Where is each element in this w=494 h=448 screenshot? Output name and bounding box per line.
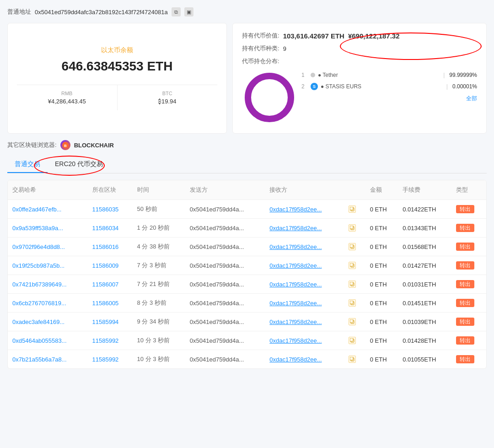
tx-hash-link[interactable]: 0xadec3afe84169... <box>12 318 64 325</box>
tx-type-badge: 转出 <box>456 355 474 363</box>
tx-hash-link[interactable]: 0xd5464ab055583... <box>12 337 67 344</box>
tx-hash-link[interactable]: 0x9702f96e4d8d8... <box>12 243 65 250</box>
tab-normal[interactable]: 普通交易 <box>7 157 48 173</box>
tx-amount: 0 ETH <box>370 300 387 307</box>
block-link[interactable]: 11585992 <box>92 337 119 344</box>
col-time: 时间 <box>133 180 185 200</box>
block-link[interactable]: 11586005 <box>92 300 119 307</box>
tx-from: 0x5041ed759dd4a... <box>190 225 244 232</box>
tx-to-link[interactable]: 0xdac17f958d2ee... <box>269 262 322 269</box>
top-section: 以太币余额 646.63845353 ETH RMB ¥4,286,443.45… <box>7 23 487 134</box>
svg-rect-20 <box>350 357 353 360</box>
copy-to-icon[interactable] <box>349 356 356 363</box>
tx-to-link[interactable]: 0xdac17f958d2ee... <box>269 243 322 250</box>
tx-time: 8 分 3 秒前 <box>137 299 166 306</box>
tx-type-badge: 转出 <box>456 280 474 288</box>
explorer-row: 其它区块链浏览器: B BLOCKCHAIR <box>7 140 487 150</box>
block-link[interactable]: 11586035 <box>92 206 119 213</box>
address-bar: 普通地址 0x5041ed759dd4afc3a72b8192c143f72f4… <box>7 7 487 16</box>
tx-hash-link[interactable]: 0x7421b67389649... <box>12 281 67 288</box>
svg-rect-16 <box>350 319 353 323</box>
copy-to-icon[interactable] <box>349 337 356 344</box>
tx-fee: 0.01427ETH <box>403 262 436 269</box>
address-type-label: 普通地址 <box>7 8 31 16</box>
tx-hash-link[interactable]: 0x19f25cb987a5b... <box>12 262 64 269</box>
col-type: 类型 <box>451 180 486 200</box>
tx-to-link[interactable]: 0xdac17f958d2ee... <box>269 318 322 325</box>
block-link[interactable]: 11585994 <box>92 318 119 325</box>
rmb-label: RMB <box>21 91 113 96</box>
tx-time: 10 分 3 秒前 <box>137 337 170 344</box>
tx-amount: 0 ETH <box>370 318 387 325</box>
tx-from: 0x5041ed759dd4a... <box>190 243 244 250</box>
copy-to-icon[interactable] <box>349 224 356 232</box>
block-link[interactable]: 11586016 <box>92 243 119 250</box>
tx-hash-link[interactable]: 0x0ffe2ad467efb... <box>12 206 61 213</box>
table-row: 0x0ffe2ad467efb... 11586035 50 秒前 0x5041… <box>8 200 486 219</box>
copy-to-icon[interactable] <box>349 299 356 307</box>
eth-sub-values: RMB ¥4,286,443.45 BTC ₿19.94 <box>17 85 217 110</box>
copy-to-icon[interactable] <box>349 243 356 250</box>
token-dist-row: 代币持仓分布: <box>242 57 477 65</box>
tx-fee: 0.01055ETH <box>403 356 436 363</box>
tx-hash-link[interactable]: 0x7b21a55b6a7a8... <box>12 356 67 363</box>
eth-balance-label: 以太币余额 <box>101 46 133 54</box>
eth-balance-card: 以太币余额 646.63845353 ETH RMB ¥4,286,443.45… <box>7 23 227 134</box>
tx-to-link[interactable]: 0xdac17f958d2ee... <box>269 206 322 213</box>
tx-to-link[interactable]: 0xdac17f958d2ee... <box>269 281 322 288</box>
donut-chart <box>242 70 297 125</box>
tx-type-badge: 转出 <box>456 299 474 307</box>
btc-label: BTC <box>121 91 214 96</box>
qr-code-button[interactable]: ▣ <box>184 7 193 16</box>
tx-to-link[interactable]: 0xdac17f958d2ee... <box>269 356 322 363</box>
tx-from: 0x5041ed759dd4a... <box>190 206 244 213</box>
svg-rect-14 <box>350 301 353 304</box>
tx-time: 1 分 20 秒前 <box>137 224 170 231</box>
tx-from: 0x5041ed759dd4a... <box>190 318 244 325</box>
tx-from: 0x5041ed759dd4a... <box>190 337 244 344</box>
tx-type-badge: 转出 <box>456 318 474 326</box>
tx-fee: 0.01343ETH <box>403 225 436 232</box>
table-row: 0x19f25cb987a5b... 11586009 7 分 3 秒前 0x5… <box>8 256 486 275</box>
col-block: 所在区块 <box>88 180 133 200</box>
tx-from: 0x5041ed759dd4a... <box>190 281 244 288</box>
tx-to-link[interactable]: 0xdac17f958d2ee... <box>269 300 322 307</box>
tx-to-link[interactable]: 0xdac17f958d2ee... <box>269 337 322 344</box>
token-list-item: 1 ● Tether | 99.99999% <box>301 72 477 78</box>
table-row: 0x6cb2767076819... 11586005 8 分 3 秒前 0x5… <box>8 294 486 313</box>
block-link[interactable]: 11585992 <box>92 356 119 363</box>
copy-address-button[interactable]: ⧉ <box>172 7 181 16</box>
token-icon-badge-2: S <box>311 83 318 90</box>
tx-type-badge: 转出 <box>456 261 474 270</box>
tx-fee: 0.01451ETH <box>403 300 436 307</box>
copy-to-icon[interactable] <box>349 318 356 325</box>
block-link[interactable]: 11586007 <box>92 281 119 288</box>
tx-type-badge: 转出 <box>456 205 474 213</box>
token-dist-label: 代币持仓分布: <box>242 57 279 65</box>
blockchain-icon: B <box>60 140 70 150</box>
tx-to-link[interactable]: 0xdac17f958d2ee... <box>269 225 322 232</box>
view-all-tokens-link[interactable]: 全部 <box>301 95 477 103</box>
tx-amount: 0 ETH <box>370 262 387 269</box>
copy-to-icon[interactable] <box>349 262 356 269</box>
rmb-value-block: RMB ¥4,286,443.45 <box>17 85 118 110</box>
tx-time: 7 分 21 秒前 <box>137 281 170 287</box>
token-content: 1 ● Tether | 99.99999% 2 S ● STASIS EURS… <box>242 70 477 125</box>
token-value-row: 持有代币价值: 103,616.42697 ETH ¥690,122,187.3… <box>242 32 477 40</box>
block-link[interactable]: 11586009 <box>92 262 119 269</box>
token-list: 1 ● Tether | 99.99999% 2 S ● STASIS EURS… <box>301 70 477 125</box>
tab-erc20[interactable]: ERC20 代币交易 <box>48 157 110 173</box>
blockchain-name: BLOCKCHAIR <box>74 142 114 149</box>
svg-rect-6 <box>350 226 353 229</box>
rmb-value: ¥4,286,443.45 <box>21 98 113 105</box>
tx-fee: 0.01428ETH <box>403 337 436 344</box>
tx-amount: 0 ETH <box>370 243 387 250</box>
token-value-cny: ¥690,122,187.32 <box>348 32 400 40</box>
transaction-table: 交易哈希 所在区块 时间 发送方 接收方 金额 手续费 类型 0x0ffe2ad… <box>7 180 487 369</box>
block-link[interactable]: 11586034 <box>92 225 119 232</box>
table-row: 0x7b21a55b6a7a8... 11585992 10 分 3 秒前 0x… <box>8 350 486 369</box>
tx-hash-link[interactable]: 0x6cb2767076819... <box>12 300 66 307</box>
copy-to-icon[interactable] <box>349 281 356 288</box>
copy-to-icon[interactable] <box>349 205 356 213</box>
tx-hash-link[interactable]: 0x9a539ff538a9a... <box>12 225 63 232</box>
